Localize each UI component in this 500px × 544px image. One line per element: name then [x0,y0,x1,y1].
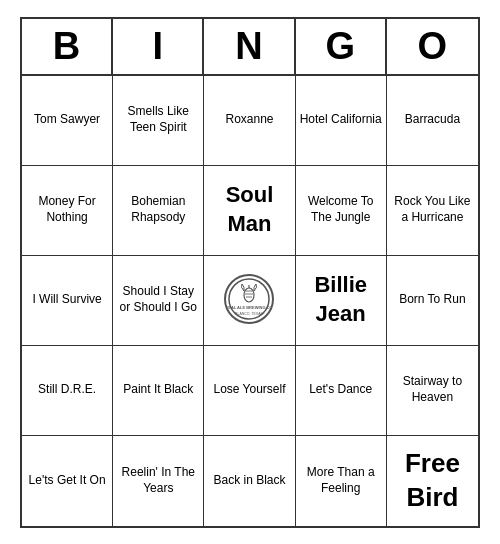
cell-text-3: Hotel California [300,112,382,128]
bingo-cell-21: Reelin' In The Years [113,436,204,526]
cell-text-10: I Will Survive [32,292,101,308]
bingo-header: BINGO [22,19,478,76]
bingo-cell-19: Stairway to Heaven [387,346,478,436]
header-letter-G: G [296,19,387,74]
cell-text-18: Let's Dance [309,382,372,398]
bingo-cell-16: Paint It Black [113,346,204,436]
bingo-cell-12: REAL ALE BREWING CO BLANCO, TEXAS [204,256,295,346]
cell-text-19: Stairway to Heaven [391,374,474,405]
bingo-cell-2: Roxanne [204,76,295,166]
cell-text-4: Barracuda [405,112,460,128]
bingo-cell-10: I Will Survive [22,256,113,346]
svg-text:REAL ALE BREWING CO: REAL ALE BREWING CO [227,305,271,310]
svg-point-1 [244,288,254,302]
cell-text-2: Roxanne [225,112,273,128]
bingo-cell-9: Rock You Like a Hurricane [387,166,478,256]
cell-text-9: Rock You Like a Hurricane [391,194,474,225]
bingo-cell-15: Still D.R.E. [22,346,113,436]
bingo-cell-7: Soul Man [204,166,295,256]
bingo-cell-1: Smells Like Teen Spirit [113,76,204,166]
cell-text-22: Back in Black [213,473,285,489]
cell-text-11: Should I Stay or Should I Go [117,284,199,315]
cell-text-5: Money For Nothing [26,194,108,225]
cell-text-15: Still D.R.E. [38,382,96,398]
bingo-cell-22: Back in Black [204,436,295,526]
bingo-cell-4: Barracuda [387,76,478,166]
cell-text-0: Tom Sawyer [34,112,100,128]
bingo-cell-11: Should I Stay or Should I Go [113,256,204,346]
header-letter-I: I [113,19,204,74]
bingo-cell-6: Bohemian Rhapsody [113,166,204,256]
cell-text-1: Smells Like Teen Spirit [117,104,199,135]
bingo-card: BINGO Tom SawyerSmells Like Teen SpiritR… [20,17,480,528]
cell-text-8: Welcome To The Jungle [300,194,382,225]
bingo-cell-24: Free Bird [387,436,478,526]
bingo-cell-18: Let's Dance [296,346,387,436]
cell-text-23: More Than a Feeling [300,465,382,496]
bingo-cell-20: Le'ts Get It On [22,436,113,526]
cell-text-6: Bohemian Rhapsody [117,194,199,225]
bingo-cell-5: Money For Nothing [22,166,113,256]
cell-text-14: Born To Run [399,292,466,308]
header-letter-N: N [204,19,295,74]
bingo-cell-8: Welcome To The Jungle [296,166,387,256]
bingo-cell-23: More Than a Feeling [296,436,387,526]
bingo-grid: Tom SawyerSmells Like Teen SpiritRoxanne… [22,76,478,526]
header-letter-O: O [387,19,478,74]
cell-text-16: Paint It Black [123,382,193,398]
bingo-cell-0: Tom Sawyer [22,76,113,166]
bingo-cell-3: Hotel California [296,76,387,166]
brewery-logo: REAL ALE BREWING CO BLANCO, TEXAS [224,274,274,327]
cell-text-20: Le'ts Get It On [29,473,106,489]
svg-text:BLANCO, TEXAS: BLANCO, TEXAS [236,312,264,316]
bingo-cell-13: Billie Jean [296,256,387,346]
cell-text-17: Lose Yourself [213,382,285,398]
cell-text-21: Reelin' In The Years [117,465,199,496]
bingo-cell-17: Lose Yourself [204,346,295,436]
bingo-cell-14: Born To Run [387,256,478,346]
header-letter-B: B [22,19,113,74]
